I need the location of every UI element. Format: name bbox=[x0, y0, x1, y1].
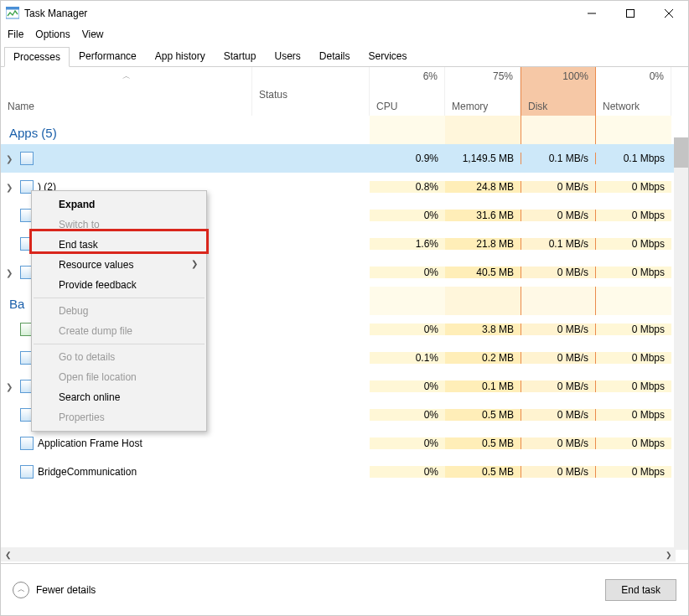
process-mem: 24.8 MB bbox=[445, 181, 521, 193]
menu-options[interactable]: Options bbox=[35, 28, 70, 40]
cm-create-dump: Create dump file bbox=[32, 321, 206, 341]
sort-arrow-icon: ︿ bbox=[8, 70, 245, 82]
process-cpu: 0.8% bbox=[370, 181, 445, 193]
process-net: 0 Mbps bbox=[596, 181, 671, 193]
column-header-status[interactable]: Status bbox=[252, 67, 370, 116]
submenu-arrow-icon: ❯ bbox=[191, 259, 198, 268]
col-label-network: Network bbox=[603, 101, 664, 112]
column-header-disk[interactable]: 100% Disk bbox=[521, 67, 596, 116]
context-menu-separator bbox=[34, 344, 205, 344]
minimize-button[interactable] bbox=[572, 1, 611, 26]
process-disk: 0.1 MB/s bbox=[521, 153, 596, 164]
col-label-name: Name bbox=[8, 82, 245, 112]
col-label-status: Status bbox=[259, 70, 362, 101]
menu-file[interactable]: File bbox=[8, 28, 23, 40]
process-icon bbox=[18, 152, 36, 165]
tabs: Processes Performance App history Startu… bbox=[1, 43, 688, 67]
process-disk: 0 MB/s bbox=[521, 181, 596, 193]
cm-resource-values[interactable]: Resource values ❯ bbox=[32, 255, 206, 275]
process-row[interactable]: ❯ 0.9% 1,149.5 MB 0.1 MB/s 0.1 Mbps bbox=[1, 144, 688, 173]
end-task-button[interactable]: End task bbox=[605, 579, 676, 601]
cm-end-task[interactable]: End task bbox=[32, 235, 206, 255]
cm-resource-values-label: Resource values bbox=[59, 259, 133, 271]
scroll-left-icon[interactable]: ❮ bbox=[1, 551, 15, 559]
column-header-cpu[interactable]: 6% CPU bbox=[370, 67, 445, 116]
process-mem: 1,149.5 MB bbox=[445, 153, 521, 164]
cm-open-file-location: Open file location bbox=[32, 367, 206, 387]
horizontal-scrollbar[interactable]: ❮ ❯ bbox=[1, 547, 676, 562]
group-background-prefix: Ba bbox=[9, 297, 24, 311]
svg-rect-3 bbox=[627, 10, 635, 18]
col-pct-cpu: 6% bbox=[376, 70, 438, 82]
process-cpu: 0.9% bbox=[370, 153, 445, 164]
group-apps[interactable]: Apps (5) bbox=[1, 116, 370, 144]
titlebar-left: Task Manager bbox=[6, 7, 87, 20]
vertical-scrollbar[interactable] bbox=[674, 137, 688, 550]
process-net: 0.1 Mbps bbox=[596, 153, 671, 164]
context-menu: Expand Switch to End task Resource value… bbox=[31, 190, 207, 432]
tab-details[interactable]: Details bbox=[310, 46, 360, 66]
tab-startup[interactable]: Startup bbox=[215, 46, 266, 66]
column-header-memory[interactable]: 75% Memory bbox=[445, 67, 521, 116]
fewer-details-button[interactable]: ︿ Fewer details bbox=[13, 582, 96, 598]
column-header-name[interactable]: ︿ Name bbox=[1, 67, 252, 116]
cm-debug: Debug bbox=[32, 301, 206, 321]
context-menu-separator bbox=[34, 298, 205, 298]
cm-provide-feedback[interactable]: Provide feedback bbox=[32, 275, 206, 295]
menubar: File Options View bbox=[1, 26, 688, 43]
process-name: BridgeCommunication bbox=[36, 466, 252, 478]
close-button[interactable] bbox=[650, 1, 688, 26]
expand-chevron-icon[interactable]: ❯ bbox=[1, 183, 18, 192]
tab-app-history[interactable]: App history bbox=[146, 46, 215, 66]
column-header: ︿ Name Status 6% CPU 75% Memory 100% Dis… bbox=[1, 67, 688, 116]
column-header-network[interactable]: 0% Network bbox=[596, 67, 671, 116]
task-manager-icon bbox=[6, 7, 19, 20]
titlebar: Task Manager bbox=[1, 1, 688, 26]
col-label-cpu: CPU bbox=[376, 101, 438, 112]
window-title: Task Manager bbox=[24, 8, 87, 19]
tab-services[interactable]: Services bbox=[360, 46, 417, 66]
chevron-up-icon: ︿ bbox=[13, 582, 29, 598]
fewer-details-label: Fewer details bbox=[36, 584, 96, 596]
tab-processes[interactable]: Processes bbox=[4, 47, 70, 67]
col-pct-memory: 75% bbox=[452, 70, 513, 82]
col-pct-disk: 100% bbox=[528, 70, 588, 82]
col-label-memory: Memory bbox=[452, 101, 513, 112]
expand-chevron-icon[interactable]: ❯ bbox=[1, 268, 18, 277]
cm-switch-to: Switch to bbox=[32, 215, 206, 235]
window-controls bbox=[572, 1, 688, 26]
cm-properties: Properties bbox=[32, 407, 206, 427]
tab-performance[interactable]: Performance bbox=[70, 46, 146, 66]
scroll-right-icon[interactable]: ❯ bbox=[661, 551, 676, 559]
scroll-thumb[interactable] bbox=[674, 137, 688, 168]
menu-view[interactable]: View bbox=[82, 28, 104, 40]
col-pct-network: 0% bbox=[603, 70, 664, 82]
close-icon bbox=[665, 9, 673, 18]
expand-chevron-icon[interactable]: ❯ bbox=[1, 154, 18, 163]
col-label-disk: Disk bbox=[528, 101, 588, 112]
group-header-row: Apps (5) bbox=[1, 116, 688, 144]
expand-chevron-icon[interactable]: ❯ bbox=[1, 382, 18, 391]
process-icon bbox=[18, 465, 36, 479]
svg-rect-1 bbox=[6, 7, 19, 9]
cm-search-online[interactable]: Search online bbox=[32, 387, 206, 407]
maximize-button[interactable] bbox=[611, 1, 650, 26]
process-row[interactable]: BridgeCommunication 0% 0.5 MB 0 MB/s 0 M… bbox=[1, 458, 688, 486]
tab-users[interactable]: Users bbox=[265, 46, 309, 66]
process-icon bbox=[18, 437, 36, 450]
footer: ︿ Fewer details End task bbox=[1, 563, 688, 615]
process-row[interactable]: Application Frame Host 0% 0.5 MB 0 MB/s … bbox=[1, 429, 688, 458]
cm-go-to-details: Go to details bbox=[32, 347, 206, 367]
minimize-icon bbox=[588, 9, 596, 18]
maximize-icon bbox=[626, 9, 635, 18]
process-name: Application Frame Host bbox=[36, 437, 252, 449]
cm-expand[interactable]: Expand bbox=[32, 194, 206, 215]
